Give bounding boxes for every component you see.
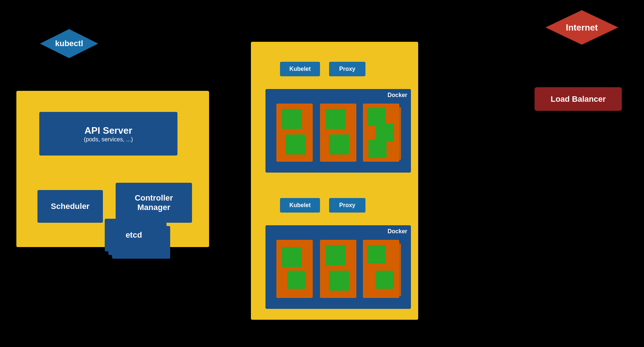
worker2-docker-label: Docker	[388, 228, 407, 235]
etcd-label: etcd	[125, 230, 142, 240]
worker1-kubelet-label: Kubelet	[289, 66, 311, 72]
kubectl-label: kubectl	[55, 39, 83, 48]
worker1-pod3-inner2	[376, 124, 394, 142]
kubectl-diamond: kubectl	[40, 29, 98, 58]
api-server-title: API Server	[84, 125, 132, 136]
worker2-pod3-inner1	[367, 245, 385, 263]
worker1-pod2	[320, 104, 356, 162]
worker2-pod1-inner1	[282, 247, 302, 267]
worker1-docker-area: Docker	[265, 89, 411, 173]
worker1-pod2-inner1	[325, 109, 345, 129]
worker1-proxy-box: Proxy	[329, 62, 365, 76]
load-balancer-label: Load Balancer	[551, 94, 606, 104]
worker2-label: Worker	[380, 181, 413, 192]
scheduler-label: Scheduler	[51, 202, 89, 211]
worker1-kubelet-box: Kubelet	[280, 62, 320, 76]
worker1-docker-label: Docker	[388, 92, 407, 98]
worker2-pod1-inner2	[287, 271, 305, 289]
worker1-box: Worker Kubelet Proxy Docker	[251, 42, 418, 183]
worker1-label: Worker	[380, 45, 413, 56]
scheduler-box: Scheduler	[37, 190, 103, 223]
worker2-pod2-inner2	[329, 271, 349, 291]
worker2-pod1	[276, 240, 313, 298]
worker1-pod1-inner2	[285, 134, 305, 154]
internet-label: Internet	[566, 23, 598, 33]
worker1-pod3-inner3	[368, 140, 387, 158]
api-server-box: API Server (pods, services, ...)	[39, 112, 177, 156]
worker1-pod3	[363, 104, 399, 162]
load-balancer-box: Load Balancer	[535, 87, 622, 111]
worker2-kubelet-label: Kubelet	[289, 202, 311, 209]
worker2-pod3-inner2	[376, 271, 394, 289]
internet-diamond: Internet	[545, 10, 618, 45]
etcd-box-front: etcd	[105, 219, 163, 251]
api-server-subtitle: (pods, services, ...)	[84, 136, 133, 143]
worker1-pod1	[276, 104, 313, 162]
worker1-proxy-label: Proxy	[339, 66, 355, 72]
worker2-pod2	[320, 240, 356, 298]
worker2-docker-area: Docker	[265, 225, 411, 309]
controller-manager-box: ControllerManager	[116, 183, 192, 223]
worker1-pod1-inner1	[282, 109, 302, 129]
worker2-pod2-inner1	[325, 245, 345, 265]
worker1-pod2-inner2	[329, 134, 349, 154]
worker2-box: Worker Kubelet Proxy Docker	[251, 178, 418, 320]
worker2-proxy-box: Proxy	[329, 198, 365, 213]
worker2-proxy-label: Proxy	[339, 202, 355, 209]
controller-manager-label: ControllerManager	[135, 193, 173, 213]
worker2-pod3	[363, 240, 399, 298]
worker2-kubelet-box: Kubelet	[280, 198, 320, 213]
